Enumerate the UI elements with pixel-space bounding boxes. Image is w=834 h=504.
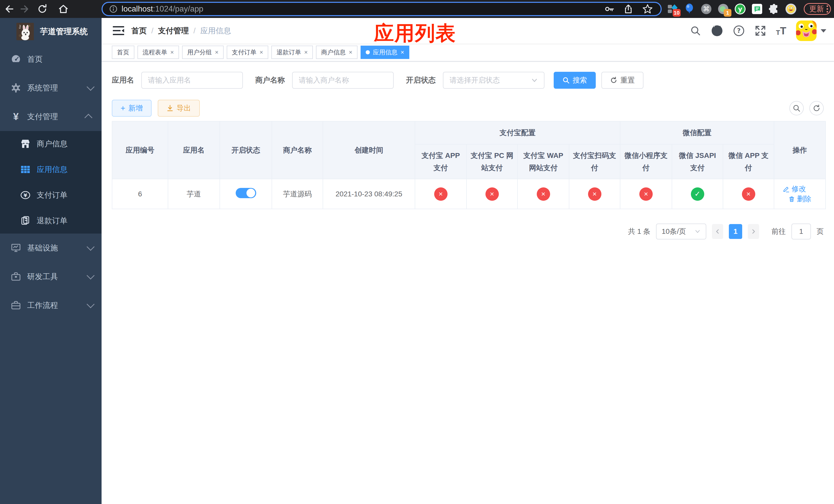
tab-home[interactable]: 首页: [112, 46, 134, 59]
bookmark-star-icon[interactable]: [642, 4, 653, 14]
sidebar-item-app-info[interactable]: 应用信息: [0, 157, 102, 182]
sidebar-item-system[interactable]: 系统管理: [0, 74, 102, 102]
sidebar-item-refund-order[interactable]: 退款订单: [0, 208, 102, 233]
forward-icon: [21, 6, 28, 12]
merchant-name-input[interactable]: [292, 72, 394, 89]
browser-forward-button[interactable]: [17, 1, 34, 18]
tab-close-icon[interactable]: ×: [215, 49, 219, 56]
status-cross-icon: ×: [434, 187, 447, 201]
app-table: 应用编号 应用名 开启状态 商户名称 创建时间 支付宝配置 微信配置 操作 支付…: [112, 121, 826, 209]
add-button-label: 新增: [129, 103, 143, 113]
status-cross-icon: ×: [742, 187, 755, 201]
breadcrumb-home[interactable]: 首页: [131, 26, 147, 36]
yen-icon: ¥: [10, 111, 22, 122]
extension-command-icon[interactable]: ⌘: [701, 3, 712, 15]
search-button-label: 搜索: [573, 75, 587, 85]
reset-button[interactable]: 重置: [601, 72, 643, 89]
refund-doc-icon: [20, 215, 31, 226]
github-icon[interactable]: [711, 25, 723, 37]
sidebar-item-label: 研发工具: [27, 272, 87, 282]
delete-link[interactable]: 删除: [788, 194, 811, 204]
col-wechat-app: 微信 APP 支付: [723, 144, 774, 179]
sidebar-item-home[interactable]: 首页: [0, 45, 102, 74]
tab-close-icon[interactable]: ×: [170, 49, 174, 56]
status-select-placeholder: 请选择开启状态: [449, 75, 500, 85]
page-size-select[interactable]: 10条/页: [656, 224, 706, 239]
pagination: 共 1 条 10条/页 1 前往 页: [112, 224, 824, 239]
extension-y-icon[interactable]: y: [734, 3, 746, 15]
refresh-icon: [610, 77, 617, 84]
app-name-input[interactable]: [141, 72, 243, 89]
sidebar-item-merchant-info[interactable]: 商户信息: [0, 131, 102, 157]
address-bar[interactable]: localhost:1024/pay/app: [102, 2, 662, 16]
edit-link[interactable]: 修改: [783, 184, 806, 194]
sidebar-collapse-button[interactable]: [111, 23, 126, 39]
password-key-icon[interactable]: [604, 4, 614, 14]
extension-balloon-icon[interactable]: [684, 3, 695, 15]
tab-pay-order[interactable]: 支付订单×: [227, 46, 268, 59]
tab-app-info[interactable]: 应用信息×: [360, 46, 409, 59]
extension-blue-diamond-icon[interactable]: 10: [667, 3, 678, 15]
help-icon[interactable]: ?: [733, 25, 745, 37]
page-number-button[interactable]: 1: [729, 224, 742, 239]
browser-profile-avatar[interactable]: [785, 3, 796, 15]
url-text[interactable]: localhost:1024/pay/app: [122, 4, 604, 14]
status-cross-icon: ×: [639, 187, 653, 201]
sidebar-item-workflow[interactable]: 工作流程: [0, 291, 102, 320]
extensions-puzzle-icon[interactable]: [768, 3, 780, 15]
tab-refund-order[interactable]: 退款订单×: [271, 46, 313, 59]
sidebar-item-infrastructure[interactable]: 基础设施: [0, 233, 102, 262]
browser-reload-button[interactable]: [34, 1, 51, 18]
gear-icon: [10, 83, 22, 93]
tab-close-icon[interactable]: ×: [349, 49, 352, 56]
fullscreen-icon[interactable]: [754, 25, 766, 37]
status-toggle[interactable]: [236, 188, 256, 198]
cell-created: 2021-10-23 08:49:25: [323, 179, 415, 209]
browser-menu-icon[interactable]: [827, 5, 828, 13]
tab-close-icon[interactable]: ×: [304, 49, 308, 56]
breadcrumb-payment[interactable]: 支付管理: [158, 26, 189, 36]
page-info-icon[interactable]: [109, 4, 118, 14]
browser-home-button[interactable]: [55, 1, 72, 18]
store-icon: [20, 139, 31, 149]
extension-recorder-icon[interactable]: 1: [718, 3, 729, 15]
extension-chat-icon[interactable]: [751, 3, 763, 15]
header-search-icon[interactable]: [690, 25, 701, 37]
refresh-table-button[interactable]: [809, 101, 824, 115]
browser-back-button[interactable]: [0, 1, 17, 18]
sidebar-item-pay-order[interactable]: ¥ 支付订单: [0, 182, 102, 208]
search-button[interactable]: 搜索: [554, 72, 596, 89]
tab-merchant-info[interactable]: 商户信息×: [316, 46, 357, 59]
browser-update-button[interactable]: 更新: [804, 3, 831, 15]
status-select[interactable]: 请选择开启状态: [443, 72, 545, 89]
tab-close-icon[interactable]: ×: [260, 49, 263, 56]
export-button-label: 导出: [177, 103, 191, 113]
sidebar-item-payment[interactable]: ¥ 支付管理: [0, 102, 102, 131]
goto-page-input[interactable]: [791, 224, 811, 239]
prev-page-button[interactable]: [712, 224, 723, 239]
add-button[interactable]: + 新增: [112, 100, 152, 117]
sidebar-item-dev-tools[interactable]: 研发工具: [0, 262, 102, 291]
sidebar-logo-row[interactable]: 芋道管理系统: [0, 18, 102, 45]
share-icon[interactable]: [623, 4, 633, 14]
tab-user-group[interactable]: 用户分组×: [182, 46, 224, 59]
breadcrumb-separator: /: [151, 26, 153, 35]
user-avatar-menu[interactable]: [796, 21, 826, 41]
font-size-icon[interactable]: TT: [776, 25, 786, 37]
tab-label: 首页: [117, 48, 129, 56]
tab-label: 退款订单: [277, 48, 301, 56]
home-icon: [60, 5, 67, 13]
export-button[interactable]: 导出: [158, 100, 200, 117]
tab-close-icon[interactable]: ×: [401, 49, 404, 56]
grid-icon: [20, 164, 31, 175]
update-label: 更新: [809, 4, 824, 14]
page-content: 应用名 商户名称 开启状态 请选择开启状态 搜索 重置: [102, 62, 834, 250]
avatar: [796, 21, 816, 41]
tab-process-form[interactable]: 流程表单×: [137, 46, 179, 59]
next-page-button[interactable]: [748, 224, 759, 239]
table-toolbar: + 新增 导出: [112, 99, 824, 117]
show-search-button[interactable]: [789, 101, 804, 115]
goto-label: 前往: [771, 227, 786, 236]
sidebar: 芋道管理系统 首页 系统管理 ¥ 支付管理 商户信息: [0, 18, 102, 504]
monitor-icon: [10, 243, 22, 253]
